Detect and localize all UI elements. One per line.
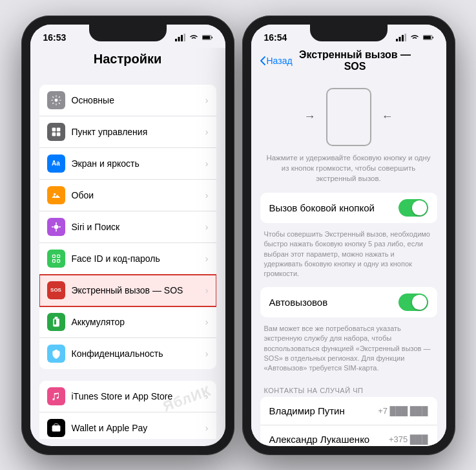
back-button[interactable]: Назад <box>260 56 293 66</box>
signal-icon <box>175 34 185 41</box>
contact-row-2[interactable]: Александр Лукашенко +375 ███ <box>260 425 437 446</box>
svg-rect-6 <box>211 36 212 38</box>
battery-item-icon <box>47 313 65 331</box>
contact1-phone: +7 ███ ███ <box>378 406 428 416</box>
privacy-chevron: › <box>205 348 209 359</box>
svg-rect-14 <box>57 255 59 257</box>
svg-rect-40 <box>432 36 433 38</box>
siri-label: Siri и Поиск <box>72 222 203 232</box>
basic-label: Основные <box>72 95 203 105</box>
svg-rect-21 <box>57 428 59 429</box>
svg-rect-2 <box>181 35 183 41</box>
settings-item-wallpaper[interactable]: Обои › <box>39 180 216 211</box>
control-icon <box>47 123 65 141</box>
settings-item-itunes[interactable]: iTunes Store и App Store › <box>39 381 216 412</box>
contact1-name: Владимир Путин <box>269 405 378 416</box>
toggle-1-knob <box>412 200 427 215</box>
settings-group-2: iTunes Store и App Store › Wallet и Appl… <box>39 381 216 439</box>
control-label: Пункт управления <box>72 127 203 137</box>
svg-rect-34 <box>396 39 398 41</box>
settings-item-siri[interactable]: Siri и Поиск › <box>39 211 216 243</box>
sos-label: Экстренный вызов — SOS <box>72 285 203 295</box>
basic-chevron: › <box>205 95 209 105</box>
toggle2-label: Автовызовов <box>269 297 398 308</box>
sos-screen: Назад Экстренный вызов — SOS → ← Нажмите… <box>251 48 446 446</box>
settings-group-1: Основные › Пункт управления › Aa <box>39 85 216 369</box>
settings-item-screen[interactable]: Aa Экран и яркость › <box>39 148 216 180</box>
wallet-icon <box>47 419 65 437</box>
svg-point-11 <box>54 193 56 195</box>
sos-icon: SOS <box>47 281 65 299</box>
toggle-2[interactable] <box>398 294 428 311</box>
svg-rect-9 <box>52 132 56 136</box>
toggle1-caption: Чтобы совершить Экстренный вызов, необхо… <box>251 226 446 287</box>
status-icons-2 <box>396 34 433 41</box>
sos-nav: Назад Экстренный вызов — SOS <box>251 48 446 78</box>
svg-rect-1 <box>178 37 180 41</box>
itunes-icon <box>47 387 65 405</box>
phone-1: 16:53 <box>21 16 234 455</box>
svg-rect-3 <box>183 34 185 41</box>
svg-rect-36 <box>402 35 404 41</box>
svg-rect-39 <box>423 36 431 39</box>
faceid-label: Face ID и код-пароль <box>72 253 203 264</box>
contact-row-1[interactable]: Владимир Путин +7 ███ ███ <box>260 397 437 425</box>
screen-label: Экран и яркость <box>72 158 203 169</box>
phone-outline-diagram <box>326 88 371 146</box>
settings-item-wallet[interactable]: Wallet и Apple Pay › <box>39 412 216 439</box>
svg-rect-7 <box>52 127 56 131</box>
svg-rect-18 <box>54 317 57 318</box>
sos-call-description: Нажмите и удерживайте боковую кнопку и о… <box>251 153 446 193</box>
toggle-group-2: Автовызовов <box>260 287 437 317</box>
arrow-left-icon: ← <box>382 110 393 123</box>
toggle-row-2[interactable]: Автовызовов <box>260 287 437 317</box>
sos-screen-title: Экстренный вызов — SOS <box>293 49 418 72</box>
privacy-icon <box>47 345 65 363</box>
contacts-group: Владимир Путин +7 ███ ███ Александр Лука… <box>260 397 437 446</box>
wallpaper-icon <box>47 186 65 204</box>
settings-item-control[interactable]: Пункт управления › <box>39 116 216 148</box>
settings-item-privacy[interactable]: Конфиденциальность › <box>39 338 216 369</box>
toggle2-caption: Вам может все же потребоваться указать э… <box>251 320 446 381</box>
svg-rect-13 <box>52 255 55 257</box>
control-chevron: › <box>205 127 209 137</box>
svg-rect-10 <box>56 132 60 136</box>
battery-label: Аккумулятор <box>72 317 203 327</box>
settings-title: Настройки <box>30 48 225 73</box>
svg-rect-5 <box>202 36 210 39</box>
toggle-2-knob <box>412 295 427 310</box>
toggle-1[interactable] <box>398 199 428 217</box>
wallpaper-chevron: › <box>205 190 209 200</box>
battery-chevron: › <box>205 317 209 327</box>
toggle-row-1[interactable]: Вызов боковой кнопкой <box>260 193 437 223</box>
svg-rect-19 <box>54 319 56 325</box>
wifi-icon-2 <box>409 34 420 41</box>
back-label: Назад <box>267 56 293 66</box>
basic-icon <box>47 91 65 109</box>
settings-item-basic[interactable]: Основные › <box>39 85 216 116</box>
itunes-label: iTunes Store и App Store <box>72 391 203 401</box>
signal-icon-2 <box>396 34 406 41</box>
svg-rect-8 <box>56 127 60 131</box>
svg-rect-16 <box>57 259 59 262</box>
wallpaper-label: Обои <box>72 190 203 200</box>
toggle-group-1: Вызов боковой кнопкой <box>260 193 437 223</box>
notch-2 <box>310 25 388 41</box>
wallet-label: Wallet и Apple Pay <box>72 423 203 433</box>
settings-item-faceid[interactable]: Face ID и код-пароль › <box>39 243 216 275</box>
svg-rect-35 <box>398 37 400 41</box>
screen-icon: Aa <box>47 155 65 173</box>
contact2-phone: +375 ███ <box>389 434 428 444</box>
status-time-2: 16:54 <box>264 32 287 43</box>
settings-item-battery[interactable]: Аккумулятор › <box>39 306 216 338</box>
settings-item-sos[interactable]: SOS Экстренный вызов — SOS › <box>39 275 216 306</box>
sos-illustration: → ← <box>251 78 446 153</box>
notch-1 <box>89 25 167 41</box>
status-icons-1 <box>175 34 212 41</box>
siri-icon <box>47 218 65 236</box>
toggle1-label: Вызов боковой кнопкой <box>269 202 398 213</box>
battery-icon <box>202 34 212 41</box>
svg-rect-0 <box>175 39 177 41</box>
siri-chevron: › <box>205 222 209 232</box>
battery-icon-2 <box>423 34 433 41</box>
